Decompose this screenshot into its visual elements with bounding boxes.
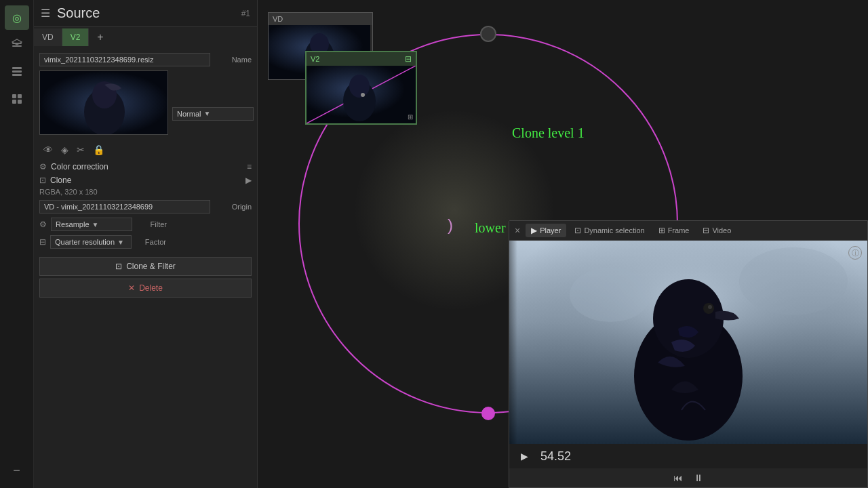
clone-filter-button[interactable]: ⊡ Clone & Filter (39, 257, 252, 276)
resample-select[interactable]: Resample ▼ (51, 218, 132, 231)
node-vd-label: VD (273, 15, 283, 23)
tab-add[interactable]: + (89, 27, 111, 47)
tab-player[interactable]: ▶ Player (526, 224, 566, 237)
nav-icon-grid[interactable] (5, 87, 29, 111)
left-panel: ☰ Source #1 VD V2 + vimix_20211103212348… (34, 0, 258, 488)
scissors-icon[interactable]: ✂ (75, 143, 86, 157)
svg-rect-3 (12, 67, 22, 69)
info-button[interactable]: ⓘ (848, 246, 862, 260)
rgba-info: RGBA, 320 x 180 (39, 188, 252, 196)
nav-icon-layers2[interactable] (5, 33, 29, 57)
origin-label: Origin (214, 203, 252, 211)
player-tab-icon: ▶ (531, 226, 537, 235)
hamburger-icon[interactable]: ☰ (41, 7, 50, 20)
video-tab-icon: ⊟ (703, 226, 709, 235)
factor-icon: ⊟ (39, 237, 46, 247)
visibility-icon[interactable]: 👁 (42, 143, 54, 157)
frame-tab-label: Frame (668, 226, 690, 235)
player-tab-label: Player (540, 226, 561, 235)
clone-label: Clone (50, 176, 71, 185)
pause-button[interactable]: ⏸ (694, 472, 703, 483)
svg-rect-7 (18, 94, 22, 98)
play-icon[interactable]: ▶ (245, 176, 252, 185)
transport-bar: ⏮ ⏸ (509, 468, 867, 487)
filename-input[interactable]: vimix_20211103212348699.resiz (39, 53, 210, 66)
video-close-button[interactable]: × (515, 225, 520, 236)
lock-icon[interactable]: 🔒 (92, 143, 106, 157)
panel-number: #1 (241, 9, 250, 18)
thumbnail (39, 70, 168, 135)
svg-point-23 (570, 268, 651, 322)
resample-arrow: ▼ (92, 221, 99, 228)
orbit-dot-bottom[interactable] (481, 407, 495, 420)
video-tab-label: Video (712, 226, 731, 235)
factor-label: Factor (136, 238, 166, 246)
resample-value: Resample (56, 220, 90, 228)
factor-value: Quarter resolution (55, 238, 115, 246)
section-menu-icon[interactable]: ≡ (247, 162, 252, 171)
play-button[interactable]: ▶ (516, 448, 532, 464)
color-correction-label: Color correction (51, 162, 108, 171)
factor-row: ⊟ Quarter resolution ▼ Factor (39, 235, 252, 249)
color-correction-icon: ⚙ (39, 162, 47, 171)
node-v2-thumb: ⊞ (307, 66, 416, 123)
svg-point-28 (708, 305, 712, 309)
svg-rect-6 (12, 94, 16, 98)
blending-arrow: ▼ (203, 110, 210, 117)
tab-frame[interactable]: ⊞ Frame (653, 224, 695, 237)
svg-rect-9 (18, 100, 22, 104)
clone-filter-icon: ⊡ (115, 262, 122, 271)
nav-icon-stack[interactable] (5, 60, 29, 84)
tab-vd[interactable]: VD (34, 28, 62, 46)
node-v2-copy-icon: ⊟ (405, 54, 412, 64)
timecode: 54.52 (540, 449, 571, 464)
orbit-dot-top[interactable] (480, 26, 496, 42)
factor-select[interactable]: Quarter resolution ▼ (50, 235, 132, 249)
clone-row: ⊡ Clone ▶ (39, 176, 252, 185)
delete-button[interactable]: ✕ Delete (39, 279, 252, 298)
properties-panel: vimix_20211103212348699.resiz Name (34, 47, 257, 488)
tab-v2[interactable]: V2 (62, 28, 90, 46)
delete-icon: ✕ (128, 283, 135, 293)
origin-row: VD - vimix_20211103212348699 Origin (39, 200, 252, 214)
filter-row: ⚙ Resample ▼ Filter (39, 218, 252, 231)
left-edge-fade (509, 241, 517, 444)
blending-select[interactable]: Normal ▼ (172, 107, 254, 121)
frame-tab-icon: ⊞ (658, 226, 665, 235)
node-v2[interactable]: V2 ⊟ ⊞ (305, 51, 417, 125)
name-row: vimix_20211103212348699.resiz Name (39, 53, 252, 66)
nav-icon-minus[interactable]: − (5, 458, 29, 483)
main-canvas: VD V2 ⊟ (258, 0, 868, 488)
blending-value: Normal (177, 110, 201, 118)
panel-title: Source (57, 5, 100, 21)
node-v2-header: V2 ⊟ (307, 52, 416, 66)
dynamic-tab-icon: ⊡ (574, 226, 581, 235)
video-panel: × ▶ Player ⊡ Dynamic selection ⊞ Frame ⊟… (509, 220, 868, 488)
audio-icon[interactable]: ◈ (60, 143, 70, 157)
skip-back-button[interactable]: ⏮ (673, 472, 683, 483)
svg-rect-8 (12, 100, 16, 104)
source-tabs: VD V2 + (34, 27, 257, 47)
blending-label: Blending (256, 110, 257, 118)
svg-rect-1 (12, 45, 22, 47)
svg-point-20 (361, 93, 365, 97)
color-correction-section: ⚙ Color correction ≡ (39, 162, 252, 171)
video-display: ⓘ (509, 241, 867, 444)
origin-input[interactable]: VD - vimix_20211103212348699 (39, 200, 210, 214)
left-side-nav: ◎ − (0, 0, 34, 488)
filter-icon: ⚙ (39, 220, 47, 229)
tab-video[interactable]: ⊟ Video (697, 224, 736, 237)
svg-rect-5 (12, 74, 22, 76)
nav-icon-target[interactable]: ◎ (5, 5, 29, 30)
factor-arrow: ▼ (117, 239, 124, 246)
clone-filter-label: Clone & Filter (126, 262, 176, 271)
delete-label: Delete (139, 283, 163, 293)
canvas-area: VD V2 ⊟ (258, 0, 868, 488)
svg-rect-4 (12, 70, 22, 73)
node-vd-header: VD (269, 13, 372, 25)
tab-dynamic[interactable]: ⊡ Dynamic selection (569, 224, 650, 237)
filter-label: Filter (136, 220, 167, 228)
bird-scene: ⓘ (509, 241, 867, 444)
resize-icon: ⊞ (408, 113, 413, 121)
video-tabs: × ▶ Player ⊡ Dynamic selection ⊞ Frame ⊟… (509, 221, 867, 241)
